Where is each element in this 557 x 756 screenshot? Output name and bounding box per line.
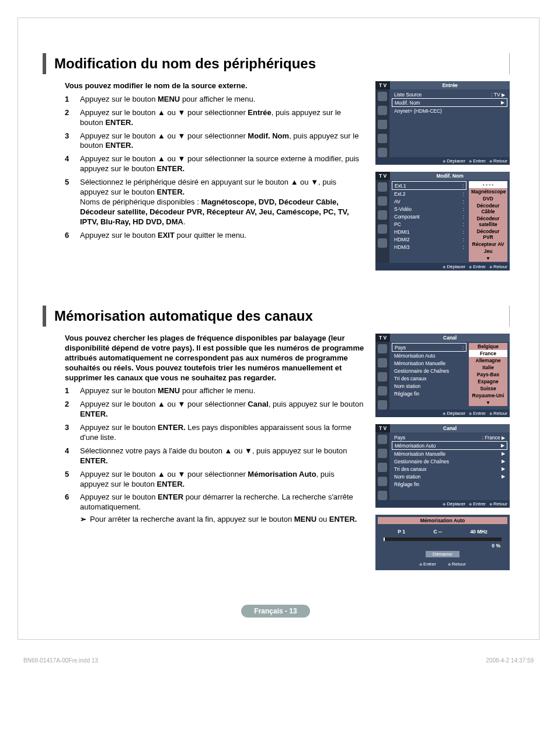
intro: Vous pouvez chercher les plages de fréqu… xyxy=(65,334,365,383)
steps-list: 1Appuyez sur le bouton MENU pour affiche… xyxy=(65,95,365,241)
intro: Vous pouvez modifier le nom de la source… xyxy=(65,81,365,91)
section-device-name: Modification du nom des périphériques Vo… xyxy=(41,53,510,271)
section-auto-memorize: Mémorisation automatique des canaux Vous… xyxy=(41,306,510,570)
osd-canal-menu: T VCanal Pays: France ▶ Mémorisation Aut… xyxy=(375,424,510,508)
text-column: Vous pouvez modifier le nom de la source… xyxy=(41,81,365,271)
osd-entree: T VEntrée Liste Source: TV ▶ Modif. Nom▶… xyxy=(375,81,510,165)
osd-modif-nom: T VModif. Nom Ext.1: Ext.2: AV: S-Vidéo:… xyxy=(375,172,510,271)
progress-bar xyxy=(384,537,502,541)
section-title: Modification du nom des périphériques xyxy=(46,53,324,74)
footer-move: Déplacer xyxy=(443,158,465,164)
section-title: Mémorisation automatique des canaux xyxy=(46,306,321,327)
footer-enter: Entrer xyxy=(469,158,486,164)
note-arrow: ➢Pour arrêter la recherche avant la fin,… xyxy=(80,515,365,525)
page-badge: Français - 13 xyxy=(41,605,510,616)
steps-list: 1Appuyez sur le bouton MENU pour affiche… xyxy=(65,386,365,525)
footer-return: Retour xyxy=(489,158,507,164)
osd-canal-countries: T VCanal Pays: Mémorisation Auto Mémoris… xyxy=(375,334,510,417)
osd-auto-memorize: Mémorisation Auto P 1C --40 MHz 0 % Déma… xyxy=(375,515,510,570)
start-button: Démarrer xyxy=(426,551,459,557)
tv-icon xyxy=(378,92,387,101)
print-footer: BN68-01417A-00Fre.indd 13 2008-4-2 14:37… xyxy=(23,657,534,664)
